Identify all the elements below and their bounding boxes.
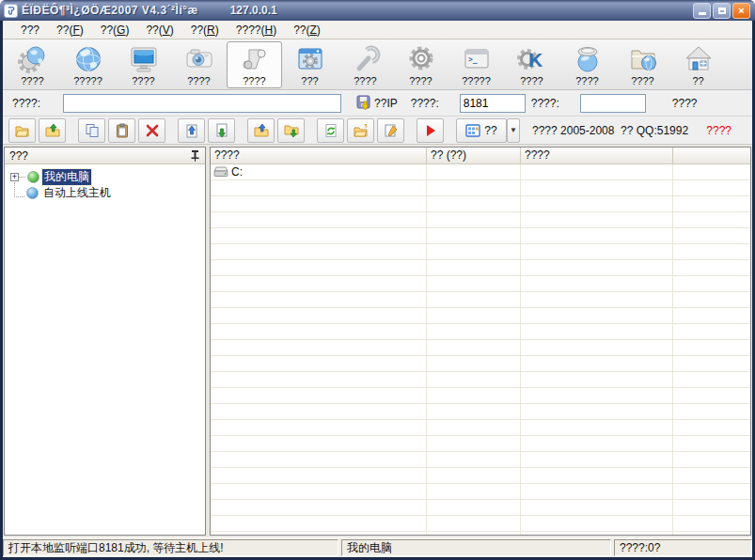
- file-list-panel: ???? ?? (??) ???? C:: [210, 147, 751, 536]
- toolbar-button-label: ????: [575, 74, 598, 87]
- toolbar-button-2[interactable]: ????: [116, 41, 171, 88]
- list-item-drive-c[interactable]: C:: [211, 164, 243, 179]
- toolbar-button-5[interactable]: ???: [282, 41, 338, 88]
- app-icon: [4, 4, 18, 18]
- file-download-icon: [214, 123, 229, 138]
- tree-item-label[interactable]: 我的电脑: [42, 169, 91, 185]
- globe-jar-icon: [573, 44, 603, 74]
- refresh-button[interactable]: [317, 118, 344, 143]
- toolbar-button-label: ????: [243, 74, 265, 87]
- camera-icon: [184, 44, 214, 74]
- main-area: ??? + 我的电脑: [3, 145, 752, 537]
- folder-open-icon: [15, 123, 30, 138]
- copy-button[interactable]: [78, 118, 105, 143]
- upload-file-button[interactable]: [178, 118, 205, 143]
- k-gear-icon: K: [517, 44, 547, 74]
- password-input[interactable]: [580, 94, 646, 113]
- column-header-name[interactable]: ????: [211, 148, 427, 164]
- toolbar-button-7[interactable]: ????: [393, 41, 448, 88]
- green-globe-icon: [27, 171, 39, 183]
- view-mode-label: ??: [484, 124, 496, 137]
- svg-text:>_: >_: [468, 55, 478, 64]
- target-input[interactable]: [63, 94, 341, 113]
- menu-item-help[interactable]: ????(H): [228, 22, 285, 39]
- floppy-save-icon: [356, 95, 372, 111]
- delete-icon: [145, 123, 160, 138]
- delete-button[interactable]: [138, 118, 165, 143]
- monitor-icon: [129, 44, 159, 74]
- column-header-type[interactable]: ????: [521, 148, 673, 164]
- toolbar-button-3[interactable]: ????: [171, 41, 227, 88]
- folder-up-button[interactable]: [39, 118, 66, 143]
- column-header-extra[interactable]: [673, 148, 750, 164]
- maximize-button[interactable]: [713, 3, 731, 19]
- menu-item-z[interactable]: ??(Z): [285, 22, 329, 39]
- status-current-host: 我的电脑: [341, 539, 611, 556]
- download-folder-button[interactable]: [277, 118, 305, 143]
- toolbar-button-8[interactable]: >_ ?????: [448, 41, 504, 88]
- column-header-size[interactable]: ?? (??): [427, 148, 521, 164]
- tree-item-label[interactable]: 自动上线主机: [41, 185, 113, 201]
- blue-globe-icon: [26, 187, 39, 199]
- toolbar-button-label: ????: [187, 74, 210, 87]
- browse-folder-button[interactable]: [347, 118, 374, 143]
- drive-label: C:: [231, 165, 243, 179]
- sidebar-panel: ??? + 我的电脑: [4, 147, 206, 536]
- copy-icon: [85, 123, 100, 138]
- pin-icon[interactable]: [190, 149, 200, 162]
- upload-folder-button[interactable]: [247, 118, 275, 143]
- status-bar: 打开本地监听端口8181成功, 等待主机上线! 我的电脑 ????:0?: [3, 537, 752, 557]
- toolbar-button-9[interactable]: K ????: [504, 41, 559, 88]
- folder-new-icon: [354, 123, 369, 138]
- toolbar-button-10[interactable]: ????: [559, 41, 615, 88]
- apply-button[interactable]: ????: [667, 95, 703, 112]
- toolbar-button-label: ????: [21, 74, 43, 87]
- save-ip-button[interactable]: ??IP: [356, 95, 398, 111]
- menu-item-view[interactable]: ??(V): [137, 22, 181, 39]
- folder-download-icon: [284, 123, 299, 138]
- port-input[interactable]: [460, 94, 526, 113]
- red-link[interactable]: ????: [706, 124, 731, 137]
- status-online-count: ????:0?: [614, 539, 752, 556]
- run-button[interactable]: [417, 118, 444, 143]
- minimize-button[interactable]: [693, 3, 711, 19]
- main-toolbar: ???? ????? ????: [3, 39, 752, 90]
- toolbar-button-6[interactable]: ????: [338, 41, 393, 88]
- toolbar-button-1[interactable]: ?????: [60, 41, 116, 88]
- script-icon: [240, 44, 270, 74]
- copyright-text: ???? 2005-2008 ?? QQ:51992: [532, 124, 688, 137]
- download-file-button[interactable]: [208, 118, 235, 143]
- wrench-icon: [351, 44, 381, 74]
- tree-item-auto-online[interactable]: 自动上线主机: [5, 185, 205, 201]
- toolbar-button-12[interactable]: ??: [670, 41, 726, 88]
- view-mode-button[interactable]: ??: [456, 118, 507, 143]
- toolbar-button-label: ?????: [462, 74, 491, 87]
- tree-expand-plus[interactable]: +: [10, 173, 19, 181]
- refresh-icon: [323, 123, 338, 138]
- home-icon: [684, 44, 714, 74]
- globe-icon: [73, 44, 103, 74]
- close-button[interactable]: ×: [732, 3, 750, 19]
- toolbar-button-11[interactable]: ????: [615, 41, 670, 88]
- open-folder-button[interactable]: [8, 118, 36, 143]
- paste-button[interactable]: [108, 118, 135, 143]
- svg-text:K: K: [528, 49, 543, 70]
- menu-item-r[interactable]: ??(R): [182, 22, 228, 39]
- toolbar-button-label: ????: [132, 74, 154, 87]
- paste-icon: [115, 123, 130, 138]
- tree-item-my-computer[interactable]: + 我的电脑: [5, 169, 205, 185]
- toolbar-button-4-selected[interactable]: ????: [227, 41, 282, 88]
- menu-item-g[interactable]: ??(G): [92, 22, 138, 39]
- view-mode-dropdown[interactable]: ▼: [507, 118, 520, 143]
- connect-bar: ????: ??IP ????: ????: ????: [3, 90, 752, 117]
- toolbar-button-0[interactable]: ????: [5, 41, 60, 88]
- folder-globe-icon: [628, 44, 658, 74]
- settings-globe-icon: [18, 44, 48, 74]
- menu-item-0[interactable]: ???: [12, 22, 48, 39]
- edit-button[interactable]: [377, 118, 404, 143]
- terminal-icon: >_: [462, 44, 492, 74]
- save-ip-label: ??IP: [374, 97, 398, 110]
- file-toolbar: ?? ▼ ???? 2005-2008 ?? QQ:51992 ????: [3, 117, 752, 145]
- menu-item-file[interactable]: ??(F): [48, 22, 92, 39]
- toolbar-button-label: ????: [409, 74, 432, 87]
